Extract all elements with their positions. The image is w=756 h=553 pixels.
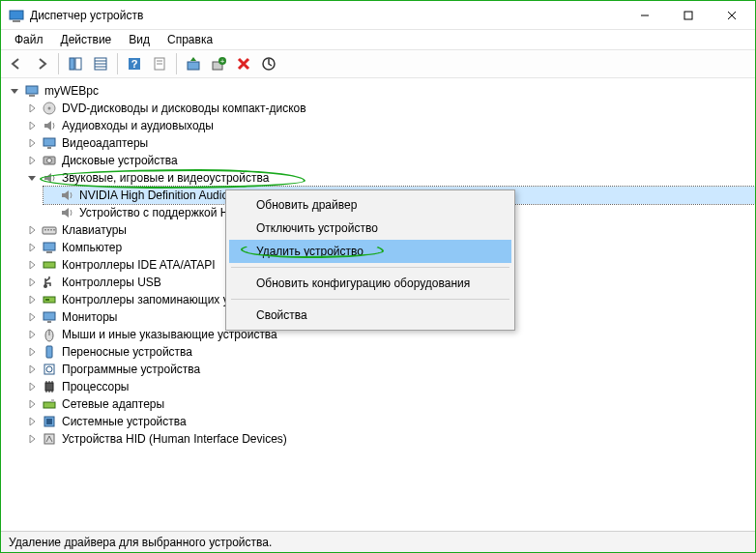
tree-category-node[interactable]: Дисковые устройства [26,152,755,169]
svg-rect-36 [46,251,52,253]
svg-rect-22 [26,86,38,94]
svg-rect-58 [46,419,52,424]
svg-rect-26 [44,138,55,146]
menu-help[interactable]: Справка [160,31,220,48]
svg-rect-34 [53,229,55,231]
menu-file[interactable]: Файл [7,31,51,48]
toolbar: ? + [1,49,755,78]
details-button[interactable] [89,52,112,75]
svg-rect-7 [75,58,81,70]
toolbar-separator [176,53,177,74]
tree-category-node[interactable]: Переносные устройства [26,343,755,361]
tree-node-label: Клавиатуры [61,223,128,237]
menu-view[interactable]: Вид [121,31,158,48]
tree-node-label: Контроллеры IDE ATA/ATAPI [61,258,217,272]
tree-node-label: Программные устройства [61,363,201,376]
tree-node-label: Процессоры [61,380,131,393]
svg-text:?: ? [131,58,138,70]
svg-rect-3 [684,12,692,19]
tree-node-label: Системные устройства [61,415,188,428]
tree-node-label: Компьютер [61,241,123,254]
tree-node-label: Устройства HID (Human Interface Devices) [61,432,288,446]
app-icon [9,8,24,23]
tree-node-label: Контроллеры USB [61,276,162,289]
close-button[interactable] [710,1,753,29]
context-menu: Обновить драйвер Отключить устройство Уд… [225,189,515,331]
scan-hardware-button[interactable] [257,52,280,75]
install-legacy-button[interactable]: + [207,52,230,75]
ctx-update-driver[interactable]: Обновить драйвер [229,193,511,217]
svg-point-29 [47,159,52,163]
update-driver-button[interactable] [182,52,205,75]
svg-rect-45 [46,346,52,358]
tree-node-label: myWEBpc [44,84,100,98]
device-tree[interactable]: myWEBpcDVD-дисководы и дисководы компакт… [1,78,755,531]
tree-node-label: NVIDIA High Definition Audio [78,189,229,202]
svg-rect-48 [45,383,53,391]
tree-category-node[interactable]: Звуковые, игровые и видеоустройства [26,169,755,187]
svg-rect-17 [188,62,199,70]
tree-node-label: Мониторы [61,310,118,324]
svg-rect-35 [44,243,55,250]
svg-rect-37 [44,262,55,268]
tree-category-node[interactable]: Видеоадаптеры [26,134,755,152]
menubar: Файл Действие Вид Справка [1,30,755,49]
tree-category-node[interactable]: Процессоры [26,378,755,395]
svg-rect-1 [13,20,20,22]
svg-rect-41 [44,312,55,320]
tree-category-node[interactable]: Сетевые адаптеры [26,395,755,413]
tree-category-node[interactable]: DVD-дисководы и дисководы компакт-дисков [26,100,755,117]
ctx-disable-device[interactable]: Отключить устройство [229,217,511,240]
tree-node-label: Видеоадаптеры [61,136,149,150]
titlebar: Диспетчер устройств [1,1,755,30]
help-button[interactable]: ? [123,52,146,75]
toolbar-separator [117,53,118,74]
ctx-separator [231,299,509,300]
maximize-button[interactable] [666,1,710,29]
window-title: Диспетчер устройств [30,9,623,22]
tree-category-node[interactable]: Системные устройства [26,413,755,430]
svg-rect-32 [47,229,49,231]
tree-node-label: Аудиовходы и аудиовыходы [61,119,215,132]
tree-node-label: Звуковые, игровые и видеоустройства [61,171,270,185]
show-hide-tree-button[interactable] [64,52,87,75]
back-button[interactable] [5,52,28,75]
ctx-properties[interactable]: Свойства [229,304,511,327]
statusbar: Удаление драйвера для выбранного устройс… [1,531,755,552]
svg-rect-6 [70,58,74,70]
tree-root-node[interactable]: myWEBpc [9,82,755,100]
svg-rect-27 [47,147,51,149]
svg-point-25 [48,107,51,110]
tree-node-label: DVD-дисководы и дисководы компакт-дисков [61,102,307,115]
ctx-separator [231,267,509,268]
svg-rect-33 [50,229,52,231]
svg-rect-31 [44,229,46,231]
svg-text:+: + [220,57,225,66]
tree-node-label: Сетевые адаптеры [61,397,165,411]
svg-rect-0 [10,11,23,19]
uninstall-button[interactable] [232,52,255,75]
menu-action[interactable]: Действие [53,31,120,48]
svg-rect-42 [47,321,51,323]
tree-category-node[interactable]: Программные устройства [26,361,755,378]
ctx-scan-hardware[interactable]: Обновить конфигурацию оборудования [229,272,511,295]
tree-node-label: Дисковые устройства [61,154,179,167]
status-text: Удаление драйвера для выбранного устройс… [9,536,272,549]
toolbar-separator [58,53,59,74]
svg-rect-56 [51,399,54,402]
minimize-button[interactable] [623,1,666,29]
forward-button[interactable] [30,52,53,75]
tree-category-node[interactable]: Аудиовходы и аудиовыходы [26,117,755,134]
svg-rect-55 [44,402,55,408]
tree-category-node[interactable]: Устройства HID (Human Interface Devices) [26,430,755,448]
ctx-uninstall-device[interactable]: Удалить устройство [229,240,511,263]
svg-rect-40 [45,299,49,301]
svg-rect-23 [29,95,35,97]
tree-node-label: Переносные устройства [61,345,193,359]
properties-button[interactable] [148,52,171,75]
